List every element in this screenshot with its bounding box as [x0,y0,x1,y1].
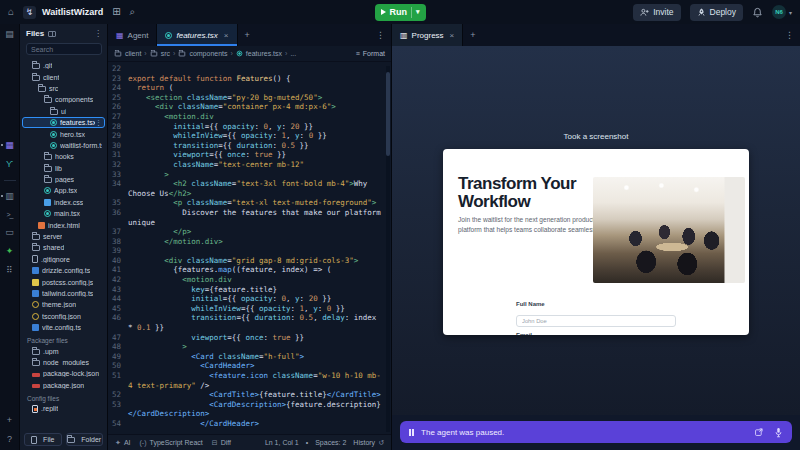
full-name-input[interactable] [516,315,676,327]
tree-item-package-lock.json[interactable]: package-lock.json [22,368,105,379]
status--[interactable]: • [306,439,308,446]
code-line[interactable]: 41 {features.map((feature, index) => ( [108,265,391,275]
help-icon[interactable]: ? [0,435,19,444]
status-ln-1-col-1[interactable]: Ln 1, Col 1 [265,439,299,446]
tree-item-lib[interactable]: lib [22,163,105,174]
collapse-sidebar-icon[interactable] [48,31,56,37]
tree-item-vite.config.ts[interactable]: vite.config.ts [22,322,105,333]
tree-item-hooks[interactable]: hooks [22,151,105,162]
new-panel-icon[interactable]: + [0,416,19,425]
status-typescript-react[interactable]: (-)TypeScript React [140,439,203,447]
status-spaces-2[interactable]: Spaces: 2 [315,439,346,446]
code-line[interactable]: 31 viewport={{ once: true }} [108,150,391,160]
close-icon[interactable]: × [224,31,229,40]
code-line[interactable]: 25 <section className="py-20 bg-muted/50… [108,93,391,103]
code-line[interactable]: 36 Discover the features that make our p… [108,208,391,227]
code-line[interactable]: 23export default function Features() { [108,74,391,84]
code-line[interactable]: 27 <motion.div [108,112,391,122]
tree-item-shared[interactable]: shared [22,242,105,253]
editor-menu-kebab-icon[interactable]: ⋮ [370,30,391,40]
code-line[interactable]: 54 </CardHeader> [108,419,391,429]
tree-item-postcss.config.js[interactable]: postcss.config.js [22,276,105,287]
tree-item-tailwind.config.ts[interactable]: tailwind.config.ts [22,288,105,299]
agent-icon[interactable]: ▦ [0,141,19,150]
code-line[interactable]: 45 whileInView={{ opacity: 1, y: 0 }} [108,304,391,314]
code-line[interactable]: 46 transition={{ duration: 0.5, delay: i… [108,313,391,332]
app-title[interactable]: WaitlistWizard [42,7,103,17]
format-button[interactable]: ≡ Format [356,50,385,57]
tree-item-.gitignore[interactable]: .gitignore [22,254,105,265]
code-line[interactable]: 42 <motion.div [108,275,391,285]
code-line[interactable]: 51 <feature.icon className="w-10 h-10 mb… [108,371,391,390]
shell-icon[interactable]: >_ [0,211,19,218]
git-branch-icon[interactable]: ϒ [0,160,19,169]
breadcrumb-client[interactable]: client [114,50,141,57]
tree-item-package.json[interactable]: package.json [22,380,105,391]
tree-item-hero.tsx[interactable]: hero.tsx [22,128,105,139]
tab-progress[interactable]: ▥ Progress × [392,24,463,46]
tree-item-index.html[interactable]: index.html [22,219,105,230]
breadcrumb-...[interactable]: ... [290,50,296,57]
tree-item-main.tsx[interactable]: main.tsx [22,208,105,219]
status-ai[interactable]: ✦AI [115,439,131,447]
tree-item-node_modules[interactable]: node_modules [22,357,105,368]
invite-button[interactable]: Invite [633,4,680,21]
tree-item-ui[interactable]: ui [22,106,105,117]
app-logo[interactable]: ↯ [23,6,36,19]
progress-panel-icon[interactable]: ▥ [0,192,19,201]
breadcrumb-components[interactable]: components [178,50,227,57]
code-line[interactable]: 38 </motion.div> [108,237,391,247]
code-line[interactable]: 22 [108,64,391,74]
file-search-input[interactable] [26,43,102,55]
close-icon[interactable]: × [450,31,455,40]
progress-menu-kebab-icon[interactable]: ⋮ [779,30,800,40]
code-line[interactable]: 52 <CardTitle>{feature.title}</CardTitle… [108,390,391,400]
code-line[interactable]: 39 [108,246,391,256]
open-in-tab-icon[interactable] [754,427,764,437]
tree-item-.upm[interactable]: .upm [22,345,105,356]
code-line[interactable]: 49 <Card className="h-full"> [108,352,391,362]
code-line[interactable]: 29 whileInView={{ opacity: 1, y: 0 }} [108,131,391,141]
status-history[interactable]: History↺ [353,439,384,447]
new-tab-icon[interactable]: + [463,30,482,40]
new-tab-icon[interactable]: + [238,30,257,40]
code-line[interactable]: 32 className="text-center mb-12" [108,160,391,170]
code-line[interactable]: 44 initial={{ opacity: 0, y: 20 }} [108,294,391,304]
tree-item-.git[interactable]: .git [22,60,105,71]
tree-item-client[interactable]: client [22,71,105,82]
tree-item-.replit[interactable]: .replit [22,403,105,414]
home-icon[interactable]: ⌂ [8,7,14,17]
webview-icon[interactable]: ▭ [0,228,19,237]
deploy-button[interactable]: Deploy [690,4,743,21]
microphone-icon[interactable] [774,427,783,438]
run-button[interactable]: Run ▾ [375,4,426,21]
code-line[interactable]: 37 </p> [108,227,391,237]
screenshot-preview[interactable]: Transform Your Workflow Join the waitlis… [443,149,749,335]
new-file-button[interactable]: File [24,433,62,446]
tree-item-features.tsx[interactable]: features.tsx⋮ [22,117,105,128]
deployments-icon[interactable]: ✦ [0,247,19,256]
tab-features-tsx[interactable]: features.tsx × [157,24,237,46]
tree-item-index.css[interactable]: index.css [22,197,105,208]
files-panel-icon[interactable]: ▤ [0,30,19,39]
tree-item-tsconfig.json[interactable]: tsconfig.json [22,311,105,322]
code-line[interactable]: 50 <CardHeader> [108,361,391,371]
code-area[interactable]: 22 23export default function Features() … [108,62,391,434]
tree-item-App.tsx[interactable]: App.tsx [22,185,105,196]
files-menu-kebab-icon[interactable]: ⋮ [94,29,102,38]
status-diff[interactable]: ⊟Diff [212,439,231,447]
code-line[interactable]: 26 <div className="container px-4 md:px-… [108,102,391,112]
code-line[interactable]: 34 <h2 className="text-3xl font-bold mb-… [108,179,391,198]
tree-item-components[interactable]: components [22,94,105,105]
tree-item-server[interactable]: server [22,231,105,242]
code-line[interactable]: 40 <div className="grid gap-8 md:grid-co… [108,256,391,266]
code-line[interactable]: 48 > [108,342,391,352]
apps-grid-icon[interactable]: ⊞ [112,7,120,17]
scrollbar-thumb[interactable] [386,72,390,156]
tree-item-drizzle.config.ts[interactable]: drizzle.config.ts [22,265,105,276]
new-folder-button[interactable]: Folder [66,433,104,446]
tools-grid-icon[interactable]: ⠿ [0,266,19,275]
kebab-icon[interactable]: ⋮ [95,119,102,127]
breadcrumb-features.tsx[interactable]: features.tsx [236,50,282,57]
code-line[interactable]: 28 initial={{ opacity: 0, y: 20 }} [108,122,391,132]
